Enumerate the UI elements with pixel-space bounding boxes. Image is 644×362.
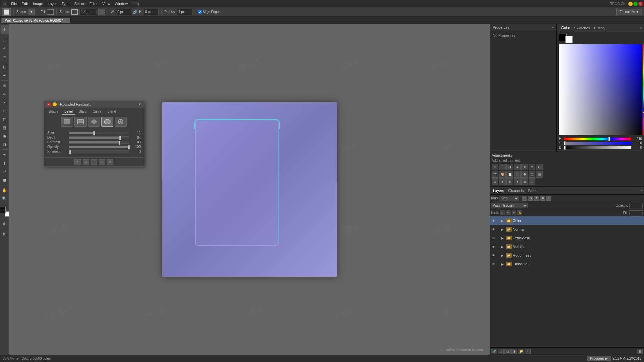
bevel-tab-shape[interactable]: Shape <box>46 109 61 115</box>
tool-wand[interactable]: ⍟ <box>1 53 9 61</box>
bright-slider-thumb[interactable] <box>564 146 566 150</box>
background-swatch[interactable] <box>565 36 573 43</box>
tool-blur[interactable]: ◉ <box>1 132 9 140</box>
link-dimensions-button[interactable]: 🔗 <box>132 10 138 14</box>
properties-panel-options[interactable]: ≡ <box>552 26 554 29</box>
height-input[interactable] <box>144 9 159 15</box>
folder-expand-color[interactable]: ▶ <box>501 219 505 223</box>
bevel-tool-2[interactable]: ◎ <box>83 159 89 165</box>
folder-expand-normal[interactable]: ▶ <box>501 228 505 231</box>
adj-mixer[interactable]: 🎨 <box>499 171 506 178</box>
tool-move[interactable]: ✛ <box>1 25 9 34</box>
bevel-opacity-slider[interactable] <box>69 146 129 148</box>
layer-item-metalic[interactable]: 👁 ▶ 📁 Metalic <box>490 242 644 251</box>
canvas-area[interactable]: RRCG人人素材RRCG人人素材RRCG 人人素材RRCG人人素材RRCG人人素… <box>9 24 490 355</box>
bevel-tool-3[interactable]: ⬚ <box>91 159 97 165</box>
adj-gradientmap[interactable]: ▦ <box>536 171 543 178</box>
sat-slider-thumb[interactable] <box>564 141 566 145</box>
foreground-color[interactable] <box>0 207 6 213</box>
tool-dodge[interactable]: ◑ <box>1 140 9 148</box>
adjustment-layer-button[interactable]: ◑ <box>511 349 517 354</box>
tool-path-select[interactable]: ↗ <box>1 168 9 176</box>
link-layers-button[interactable]: 🔗 <box>491 349 497 354</box>
bevel-tab-slant[interactable]: Slant <box>76 109 89 115</box>
menu-file[interactable]: File <box>9 1 19 6</box>
lock-all-icon[interactable]: 🔒 <box>517 210 522 215</box>
tab-swatches[interactable]: Swatches <box>572 25 592 31</box>
tool-marquee[interactable]: ⬚ <box>1 36 9 44</box>
adj-levels[interactable]: ⊟ <box>492 178 498 185</box>
adj-channelmixer[interactable]: ◈ <box>499 178 506 185</box>
new-layer-button[interactable]: + <box>525 349 531 354</box>
adj-bw[interactable]: ◐ <box>536 164 543 170</box>
tab-layers[interactable]: Layers <box>491 188 506 193</box>
tool-heal[interactable]: ⊕ <box>1 82 9 90</box>
sat-slider[interactable] <box>564 142 631 145</box>
menu-type[interactable]: Type <box>59 1 72 6</box>
hue-slider-thumb[interactable] <box>608 137 610 141</box>
menu-edit[interactable]: Edit <box>19 1 31 6</box>
blend-mode-dropdown[interactable]: Pass Through Normal Dissolve Multiply Sc… <box>491 203 528 208</box>
filter-shape-icon[interactable]: ⬟ <box>540 196 545 201</box>
color-panel-options[interactable]: ≡ <box>640 26 642 30</box>
tab-paths[interactable]: Paths <box>526 188 539 193</box>
layer-item-roughness[interactable]: 👁 ▶ 📁 Roughness <box>490 251 644 260</box>
eye-icon-roughness[interactable]: 👁 <box>491 253 496 258</box>
tab-channels[interactable]: Channels <box>506 188 526 193</box>
bevel-depth-slider[interactable] <box>69 136 129 139</box>
adj-threshold[interactable]: ◫ <box>529 171 535 178</box>
tool-erase[interactable]: ◻ <box>1 115 9 123</box>
stroke-style-dropdown[interactable]: — <box>98 9 105 15</box>
tool-screen-mode[interactable]: ⊞ <box>1 230 9 238</box>
adj-pattern[interactable]: ⬡ <box>529 178 535 185</box>
tool-type[interactable]: T <box>1 159 9 167</box>
lock-position-icon[interactable]: ✛ <box>512 210 516 215</box>
stroke-size-input[interactable] <box>79 9 96 15</box>
menu-layer[interactable]: Layer <box>45 1 59 6</box>
status-arrow[interactable]: ▶ <box>17 357 19 360</box>
adj-hsl[interactable]: ≋ <box>521 164 528 170</box>
bevel-dialog-arrow[interactable]: ▼ <box>138 103 141 106</box>
align-edges-checkbox[interactable] <box>198 10 202 14</box>
color-spectrum[interactable] <box>559 44 642 135</box>
color-spectrum-area[interactable] <box>559 44 642 135</box>
tool-presets-button[interactable]: ⬜ <box>2 8 11 16</box>
bevel-tool-1[interactable]: ↖ <box>74 159 81 165</box>
close-tab-button[interactable]: × <box>65 19 66 22</box>
adj-color-balance[interactable]: ⚖ <box>529 164 535 170</box>
bevel-style-5[interactable] <box>115 117 127 127</box>
menu-view[interactable]: View <box>100 1 113 6</box>
bevel-contrast-slider[interactable] <box>69 141 129 144</box>
bevel-tool-5[interactable]: ⟳ <box>107 159 113 165</box>
adj-curves[interactable]: ⌒ <box>499 164 506 170</box>
adj-posterize[interactable]: ⬢ <box>521 171 528 178</box>
folder-expand-roughness[interactable]: ▶ <box>501 254 505 257</box>
adj-solidcolor[interactable]: ■ <box>514 178 521 185</box>
align-edges-label[interactable]: Align Edges <box>198 10 220 14</box>
menu-image[interactable]: Image <box>31 1 46 6</box>
filter-pixel-icon[interactable]: ⬚ <box>522 196 527 201</box>
bright-slider[interactable] <box>564 146 631 149</box>
tool-shape[interactable]: ◼ <box>1 176 9 184</box>
layer-item-extramask[interactable]: 👁 ▶ 📁 ExtraMask <box>490 234 644 242</box>
eye-icon-normal[interactable]: 👁 <box>491 227 496 232</box>
new-group-button[interactable]: 📁 <box>518 349 524 354</box>
adj-brightness[interactable]: ☀ <box>492 164 498 170</box>
adj-exposure[interactable]: ◑ <box>506 164 513 170</box>
menu-window[interactable]: Window <box>112 1 130 6</box>
layers-panel-options[interactable]: ≡ <box>641 189 643 192</box>
minimize-button[interactable]: − <box>628 2 633 6</box>
bevel-style-2[interactable] <box>74 117 87 127</box>
eye-icon-emissive[interactable]: 👁 <box>491 262 496 266</box>
adj-colorlookup[interactable]: 📋 <box>506 171 513 178</box>
canvas-tab[interactable]: Wall_01.psd @ 66.7% (Color, RGB/8) * × <box>1 18 70 23</box>
layer-item-color[interactable]: 👁 ▶ 📁 Color <box>490 216 644 225</box>
tool-clone[interactable]: ✂ <box>1 99 9 107</box>
bevel-softness-slider[interactable] <box>69 150 129 153</box>
tool-crop[interactable]: ⊡ <box>1 63 9 71</box>
bevel-tab-curve[interactable]: Curve <box>90 109 104 115</box>
adj-selective[interactable]: ⊕ <box>506 178 513 185</box>
adj-vibrance[interactable]: ◈ <box>514 164 521 170</box>
filter-smart-icon[interactable]: ✦ <box>546 196 551 201</box>
folder-expand-metalic[interactable]: ▶ <box>501 245 505 249</box>
